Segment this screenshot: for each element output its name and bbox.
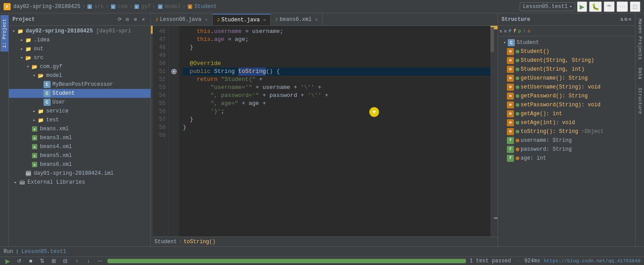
struct-tostring[interactable]: m toString(): String ↑Object xyxy=(498,127,635,136)
struct-method-1: Student() xyxy=(521,48,549,55)
filter-private[interactable]: p xyxy=(518,28,521,34)
run-button[interactable]: ▶ xyxy=(577,1,587,12)
struct-getusername[interactable]: m getUsername(): String xyxy=(498,74,635,83)
run-down-btn[interactable]: ↓ xyxy=(84,257,92,265)
run-blog-link[interactable]: https://blog.csdn.net/qq_41753840 xyxy=(544,258,640,264)
structure-filter-icon[interactable]: ⚙ xyxy=(624,16,628,23)
struct-setpassword[interactable]: m setPassword(String): void xyxy=(498,100,635,109)
run-rerun-btn[interactable]: ↺ xyxy=(15,257,23,265)
tab-lesson06-close[interactable]: ✕ xyxy=(205,17,208,22)
structure-close-icon[interactable]: ✕ xyxy=(628,16,632,23)
maven-tab[interactable]: Maven Projects xyxy=(636,15,644,63)
run-sort-btn[interactable]: ⇅ xyxy=(38,257,46,265)
debug-button[interactable]: 🐛 xyxy=(589,1,602,12)
project-tab[interactable]: 1: Project xyxy=(0,15,8,52)
struct-field-password[interactable]: f password: String xyxy=(498,145,635,154)
model-icon: 📂 xyxy=(37,72,44,79)
extlibs-toggle: ▸ xyxy=(12,179,19,185)
scroll-marker-1 xyxy=(490,26,494,27)
editor-content: 46 47 48 49 50 51 52 53 54 55 56 57 58 5… xyxy=(151,26,498,237)
structure-tab-right[interactable]: Structure xyxy=(636,84,644,117)
tree-service[interactable]: ▸ 📁 service xyxy=(9,107,150,116)
tree-src[interactable]: ▾ 📂 src xyxy=(9,53,150,62)
sync-icon[interactable]: ⟳ xyxy=(116,16,123,23)
tree-beansxml[interactable]: x beans.xml xyxy=(9,124,150,133)
coverage-button[interactable]: ☂ xyxy=(604,1,615,12)
tab-beans6xml-close[interactable]: ✕ xyxy=(315,17,318,22)
tree-model[interactable]: ▾ 📂 model xyxy=(9,71,150,80)
student-java-icon: C xyxy=(43,90,51,97)
editor-breadcrumb: Student › toString() xyxy=(151,237,498,246)
filter-inherited[interactable]: ↑ xyxy=(523,28,526,34)
editor-area: J Lesson06.java ✕ J Student.java ✕ X bea… xyxy=(151,13,498,246)
toolbar-more-button[interactable]: ⋯ xyxy=(616,1,628,12)
tree-beans3xml[interactable]: x beans3.xml xyxy=(9,133,150,142)
test-icon: 📁 xyxy=(37,116,44,124)
vis-public-3 xyxy=(516,68,519,71)
structure-sort-icon[interactable]: ⇅ xyxy=(620,16,623,23)
filter-icon-1[interactable]: ⇅ xyxy=(500,28,502,34)
run-config-selector[interactable]: Lesson05.test1 ▾ xyxy=(520,2,575,11)
tree-student[interactable]: ▸ C Student xyxy=(9,89,150,98)
data-tab[interactable]: Data xyxy=(636,64,644,83)
run-config-label: Lesson05.test1 xyxy=(21,249,66,255)
run-collapse-btn[interactable]: ⊟ xyxy=(61,257,69,265)
tree-user[interactable]: ▸ C User xyxy=(9,98,150,107)
struct-getage[interactable]: m getAge(): int xyxy=(498,109,635,118)
struct-setusername[interactable]: m setUsername(String): void xyxy=(498,83,635,92)
tab-student[interactable]: J Student.java ✕ xyxy=(213,14,271,25)
collapse-all-icon[interactable]: ⊟ xyxy=(124,16,131,23)
tree-root[interactable]: ▾ 📁 day02-spring-20180425 [day01-spri xyxy=(9,27,150,36)
tree-idea[interactable]: ▸ 📁 .idea xyxy=(9,36,150,44)
struct-method-7: setPassword(String): void xyxy=(521,102,601,108)
run-play-btn[interactable]: ▶ xyxy=(4,257,12,265)
student-label: Student xyxy=(52,90,75,96)
progress-bar xyxy=(107,259,466,263)
run-stop-btn[interactable]: ■ xyxy=(27,257,35,265)
run-status: 1 test passed — 924ms xyxy=(470,258,540,264)
sidebar-header: Project ⟳ ⊟ ⚙ ✕ xyxy=(9,13,150,26)
struct-m-icon-2: m xyxy=(507,57,514,64)
run-more-btn[interactable]: ⋯ xyxy=(96,257,104,265)
tree-comgyf[interactable]: ▾ 📂 com.gyf xyxy=(9,62,150,71)
test-label: test xyxy=(46,117,59,123)
tree-beans4xml[interactable]: x beans4.xml xyxy=(9,142,150,151)
struct-m-icon-5: m xyxy=(507,84,514,91)
struct-getpassword[interactable]: m getPassword(): String xyxy=(498,92,635,100)
struct-field-3: age: int xyxy=(521,155,546,161)
tab-lesson06[interactable]: J Lesson06.java ✕ xyxy=(151,14,213,25)
filter-abstract[interactable]: a xyxy=(528,28,531,34)
src-toggle: ▾ xyxy=(19,55,25,61)
tree-beans5xml[interactable]: x beans5.xml xyxy=(9,151,150,160)
breadcrumb-class-ref: Student xyxy=(154,239,177,245)
filter-field[interactable]: f xyxy=(514,28,517,34)
tree-test[interactable]: ▸ 📁 test xyxy=(9,116,150,124)
close-sidebar-icon[interactable]: ✕ xyxy=(140,16,147,23)
tabs-bar: J Lesson06.java ✕ J Student.java ✕ X bea… xyxy=(151,13,498,26)
tree-out[interactable]: ▸ 📁 out xyxy=(9,44,150,53)
filter-public[interactable]: P xyxy=(509,28,512,34)
editor-scrollbar[interactable] xyxy=(490,26,494,237)
tree-beans6xml[interactable]: x beans6.xml xyxy=(9,160,150,169)
struct-method-5: setUsername(String): void xyxy=(521,84,601,90)
tree-mybpp[interactable]: ▸ C MyBeanPostProcessor xyxy=(9,80,150,89)
code-content[interactable]: this.username = username; this.age = age… xyxy=(179,26,494,237)
run-expand-btn[interactable]: ⊞ xyxy=(50,257,58,265)
struct-constructor-ss[interactable]: m Student(String, String) xyxy=(498,56,635,65)
tree-iml[interactable]: iml day01-spring-20180424.iml xyxy=(9,169,150,178)
struct-field-username[interactable]: f username: String xyxy=(498,136,635,145)
run-up-btn[interactable]: ↑ xyxy=(73,257,81,265)
svg-text:x: x xyxy=(34,154,36,158)
tab-student-close[interactable]: ✕ xyxy=(263,17,266,23)
struct-constructor-si[interactable]: m Student(String, int) xyxy=(498,65,635,74)
structure-filter-bar: ⇅ ⇅ P f p ↑ a xyxy=(498,26,635,36)
settings-icon[interactable]: ⚙ xyxy=(132,16,139,23)
filter-icon-2[interactable]: ⇅ xyxy=(504,28,507,34)
tree-extlibs[interactable]: ▸ External Libraries xyxy=(9,178,150,187)
maximize-button[interactable]: ⊡ xyxy=(630,1,640,12)
struct-field-age[interactable]: f age: int xyxy=(498,154,635,163)
struct-class-root[interactable]: ▾ C Student xyxy=(498,38,635,47)
tab-beans6xml[interactable]: X beans6.xml ✕ xyxy=(271,14,323,25)
struct-constructor-default[interactable]: m Student() xyxy=(498,47,635,56)
struct-setage[interactable]: m setAge(int): void xyxy=(498,118,635,127)
